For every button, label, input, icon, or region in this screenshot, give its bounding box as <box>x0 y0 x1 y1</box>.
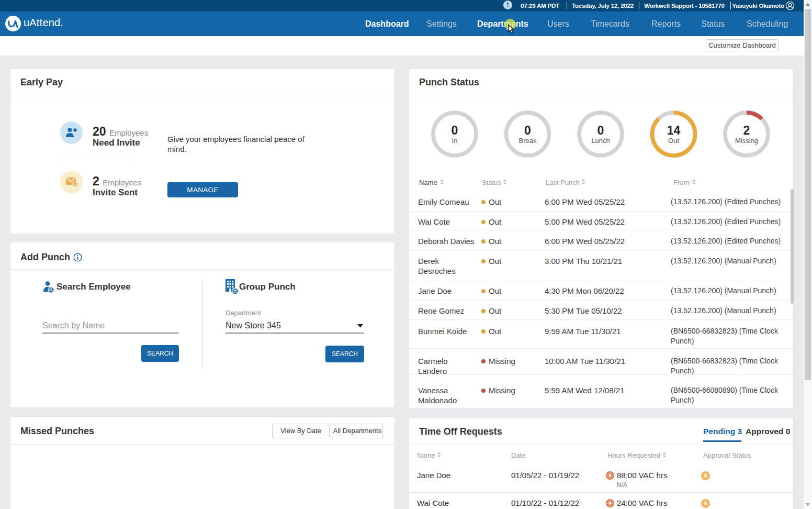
svg-text:14: 14 <box>667 124 681 137</box>
svg-text:0: 0 <box>524 124 531 137</box>
svg-text:Missing: Missing <box>735 137 758 145</box>
svg-text:2: 2 <box>743 124 750 137</box>
svg-text:0: 0 <box>452 124 458 137</box>
svg-text:Lunch: Lunch <box>591 137 610 145</box>
svg-text:0: 0 <box>597 124 604 137</box>
svg-text:Out: Out <box>668 137 679 145</box>
svg-text:Break: Break <box>519 137 537 145</box>
svg-text:In: In <box>452 137 458 145</box>
